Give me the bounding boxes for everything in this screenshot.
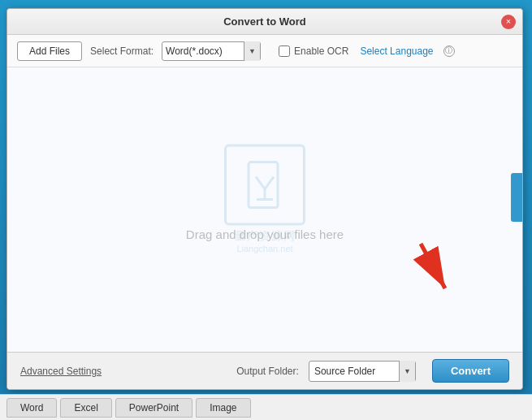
watermark-en-text: Liangchan.net	[236, 244, 292, 253]
advanced-settings-link[interactable]: Advanced Settings	[20, 366, 102, 377]
tab-image[interactable]: Image	[196, 398, 250, 418]
drop-area[interactable]: 量产资源网 Liangchan.net Drag and drop your f…	[7, 67, 522, 352]
ocr-label: Enable OCR	[294, 45, 348, 57]
watermark-logo-icon	[244, 161, 285, 210]
format-select-wrap: Word(*.docx)Word(*.doc)RTF(*.rtf) ▼	[162, 41, 261, 61]
output-folder-label: Output Folder:	[236, 366, 299, 377]
bottom-tabs: Word Excel PowerPoint Image	[0, 394, 532, 420]
output-folder-select[interactable]: Source FolderCustom Folder	[309, 366, 399, 377]
toolbar: Add Files Select Format: Word(*.docx)Wor…	[7, 35, 522, 67]
watermark-box	[224, 145, 305, 226]
tab-word[interactable]: Word	[6, 398, 57, 418]
output-dropdown-arrow-icon[interactable]: ▼	[399, 361, 415, 382]
footer-bar: Advanced Settings Output Folder: Source …	[7, 352, 522, 389]
format-label: Select Format:	[90, 45, 154, 57]
title-bar: Convert to Word ×	[7, 9, 522, 35]
select-language-link[interactable]: Select Language	[360, 45, 433, 57]
tab-powerpoint[interactable]: PowerPoint	[115, 398, 192, 418]
format-dropdown-arrow-icon[interactable]: ▼	[244, 41, 260, 61]
convert-dialog: Convert to Word × Add Files Select Forma…	[6, 8, 523, 390]
format-select[interactable]: Word(*.docx)Word(*.doc)RTF(*.rtf)	[162, 45, 244, 57]
close-button[interactable]: ×	[501, 15, 516, 29]
tab-excel[interactable]: Excel	[60, 398, 111, 418]
svg-line-4	[421, 244, 445, 288]
convert-button[interactable]: Convert	[432, 359, 509, 383]
dialog-title: Convert to Word	[223, 15, 306, 28]
output-select-wrap: Source FolderCustom Folder ▼	[309, 361, 416, 382]
convert-arrow-icon	[409, 236, 457, 301]
info-icon[interactable]: ⓘ	[443, 45, 455, 57]
ocr-wrap: Enable OCR	[279, 45, 348, 57]
ocr-checkbox[interactable]	[279, 45, 290, 57]
add-files-button[interactable]: Add Files	[17, 41, 82, 61]
arrow-wrap	[409, 236, 457, 303]
drop-text: Drag and drop your files here	[186, 227, 344, 241]
side-panel	[511, 173, 522, 222]
